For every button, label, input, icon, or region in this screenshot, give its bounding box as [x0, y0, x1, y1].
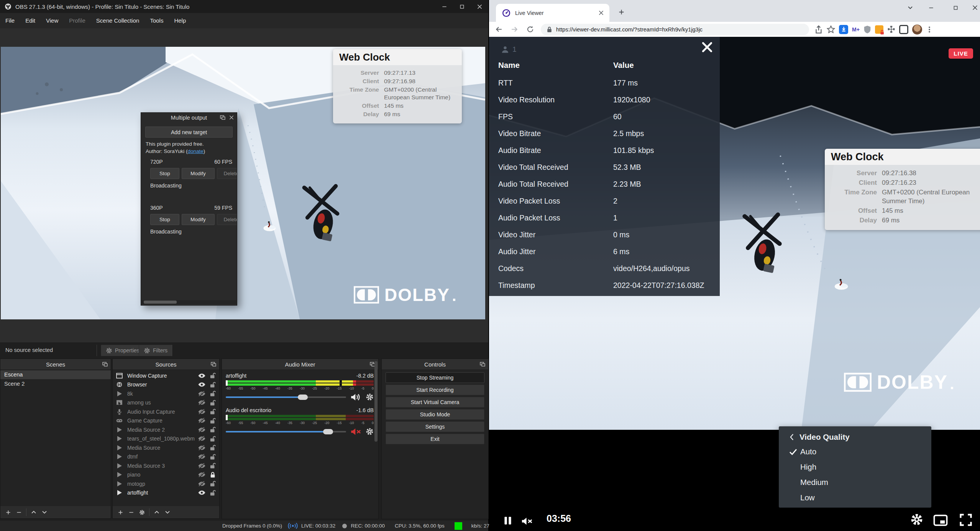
source-item[interactable]: motogp: [113, 479, 219, 488]
studio-mode-button[interactable]: Studio Mode: [386, 409, 484, 420]
extensions-puzzle-icon[interactable]: [887, 25, 895, 33]
lock-icon[interactable]: [210, 454, 216, 460]
download-extension-icon[interactable]: [839, 25, 848, 34]
close-button[interactable]: [967, 0, 980, 15]
share-icon[interactable]: [814, 25, 823, 34]
visibility-eye-icon[interactable]: [198, 418, 206, 423]
source-properties-gear-button[interactable]: [136, 508, 147, 517]
horizontal-scrollbar[interactable]: [141, 300, 236, 304]
speaker-muted-icon[interactable]: [351, 428, 361, 436]
source-item[interactable]: dtmf: [113, 452, 219, 462]
modify-button[interactable]: Modify: [182, 168, 215, 179]
lock-icon[interactable]: [210, 426, 216, 433]
new-tab-button[interactable]: [616, 7, 626, 17]
menu-profile[interactable]: Profile: [64, 13, 91, 28]
source-item[interactable]: piano: [113, 470, 219, 480]
window-menu-chevron[interactable]: [902, 0, 918, 15]
source-item[interactable]: 8k: [113, 389, 219, 398]
visibility-eye-icon[interactable]: [198, 490, 206, 495]
volume-slider[interactable]: [226, 396, 346, 398]
volume-slider[interactable]: [226, 431, 346, 432]
channel-gear-icon[interactable]: [366, 427, 374, 436]
fullscreen-button[interactable]: [959, 514, 972, 526]
scrollbar-thumb[interactable]: [144, 301, 177, 304]
visibility-eye-icon[interactable]: [198, 427, 206, 432]
delete-button[interactable]: Delete: [217, 214, 237, 225]
visibility-eye-icon[interactable]: [198, 400, 206, 405]
close-stats-icon[interactable]: [701, 41, 713, 53]
visibility-eye-icon[interactable]: [198, 454, 206, 459]
add-scene-button[interactable]: [3, 508, 13, 517]
lock-icon[interactable]: [210, 372, 216, 379]
slider-handle[interactable]: [298, 395, 308, 400]
menu-edit[interactable]: Edit: [20, 13, 41, 28]
visibility-eye-icon[interactable]: [198, 481, 206, 487]
minimize-button[interactable]: [435, 0, 453, 13]
visibility-eye-icon[interactable]: [198, 409, 206, 414]
menu-tools[interactable]: Tools: [144, 13, 169, 28]
lock-icon[interactable]: [210, 480, 216, 487]
scene-item[interactable]: Scene 2: [0, 380, 111, 388]
quality-option-auto[interactable]: Auto: [800, 446, 816, 457]
minimize-button[interactable]: [923, 0, 939, 15]
close-button[interactable]: [471, 0, 488, 13]
source-item[interactable]: tears_of_steel_1080p.webm: [113, 434, 219, 444]
dock-icon[interactable]: [480, 362, 485, 367]
move-source-down-button[interactable]: [162, 508, 173, 517]
shield-extension-icon[interactable]: [863, 25, 871, 34]
properties-button[interactable]: Properties: [101, 345, 144, 356]
source-item[interactable]: artoffight: [113, 488, 219, 498]
source-item[interactable]: Media Source 3: [113, 461, 219, 470]
move-scene-up-button[interactable]: [28, 508, 39, 517]
source-item[interactable]: Media Source: [113, 443, 219, 452]
back-button[interactable]: [492, 23, 505, 36]
lock-icon[interactable]: [210, 381, 216, 388]
modify-button[interactable]: Modify: [182, 214, 215, 225]
add-new-target-button[interactable]: Add new target: [145, 127, 233, 138]
visibility-eye-icon[interactable]: [198, 436, 206, 441]
https-lock-icon[interactable]: [547, 26, 552, 33]
source-item[interactable]: Window Capture: [113, 371, 219, 380]
player-settings-gear-button[interactable]: [910, 513, 923, 526]
visibility-eye-icon[interactable]: [198, 382, 206, 387]
dock-icon[interactable]: [211, 362, 216, 367]
picture-in-picture-button[interactable]: [932, 515, 949, 526]
multiple-output-titlebar[interactable]: Multiple output: [141, 113, 237, 123]
tab-live-viewer[interactable]: Live Viewer: [496, 4, 609, 22]
close-icon[interactable]: [229, 115, 234, 120]
stop-button[interactable]: Stop: [150, 168, 179, 179]
channel-gear-icon[interactable]: [366, 393, 374, 401]
lock-icon[interactable]: [210, 408, 216, 415]
profile-avatar[interactable]: [912, 25, 922, 35]
tab-close-icon[interactable]: [596, 8, 606, 18]
visibility-eye-icon[interactable]: [198, 445, 206, 450]
lock-icon[interactable]: [210, 472, 216, 478]
delete-button[interactable]: Delete: [217, 168, 237, 179]
remove-scene-button[interactable]: [13, 508, 24, 517]
mplus-extension-icon[interactable]: M+: [852, 26, 860, 33]
orange-extension-icon[interactable]: [875, 25, 883, 34]
pause-button[interactable]: [504, 516, 512, 525]
maximize-button[interactable]: [947, 0, 964, 15]
reading-list-icon[interactable]: [899, 25, 908, 34]
visibility-eye-icon[interactable]: [198, 472, 206, 477]
exit-button[interactable]: Exit: [386, 434, 484, 444]
visibility-eye-icon[interactable]: [198, 373, 206, 378]
quality-option-low[interactable]: Low: [800, 492, 815, 503]
menu-view[interactable]: View: [41, 13, 64, 28]
lock-icon[interactable]: [210, 462, 216, 469]
lock-icon[interactable]: [210, 399, 216, 406]
source-item[interactable]: Audio Input Capture: [113, 407, 219, 416]
quality-option-medium[interactable]: Medium: [800, 477, 828, 488]
reload-button[interactable]: [524, 23, 536, 36]
menu-scene-collection[interactable]: Scene Collection: [91, 13, 145, 28]
muted-speaker-button[interactable]: [521, 517, 533, 525]
remove-source-button[interactable]: [126, 508, 136, 517]
dock-icon[interactable]: [220, 115, 225, 120]
stop-button[interactable]: Stop: [150, 214, 179, 225]
maximize-button[interactable]: [453, 0, 471, 13]
source-item[interactable]: Game Capture: [113, 416, 219, 426]
lock-icon[interactable]: [210, 390, 216, 397]
address-bar[interactable]: https://viewer-dev.millicast.com/?stream…: [541, 24, 809, 35]
forward-button[interactable]: [508, 23, 520, 36]
